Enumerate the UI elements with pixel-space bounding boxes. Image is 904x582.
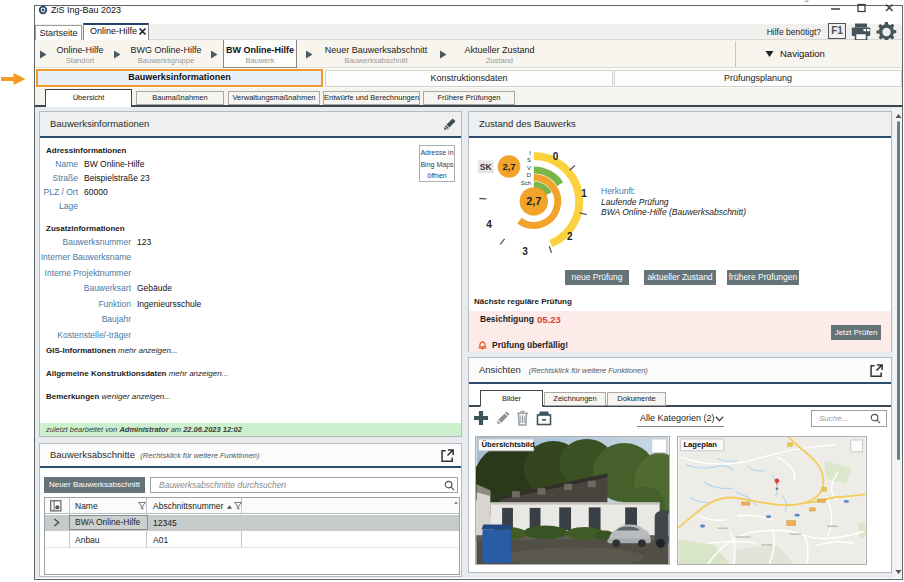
svg-text:2,7: 2,7	[502, 161, 515, 172]
svg-text:2,7: 2,7	[526, 195, 541, 207]
svg-text:D: D	[527, 172, 532, 178]
svg-text:2: 2	[567, 231, 573, 242]
svg-text:I: I	[529, 150, 531, 156]
svg-text:1: 1	[581, 188, 587, 199]
svg-text:0: 0	[553, 151, 559, 162]
svg-text:SK: SK	[480, 162, 493, 172]
svg-text:S: S	[527, 157, 531, 163]
svg-text:Lageplan: Lageplan	[683, 440, 717, 449]
svg-text:Übersichtsbild: Übersichtsbild	[481, 440, 535, 449]
svg-text:Sch: Sch	[521, 180, 531, 186]
svg-text:V: V	[527, 165, 531, 171]
svg-text:4: 4	[486, 219, 492, 230]
svg-text:3: 3	[522, 246, 528, 257]
